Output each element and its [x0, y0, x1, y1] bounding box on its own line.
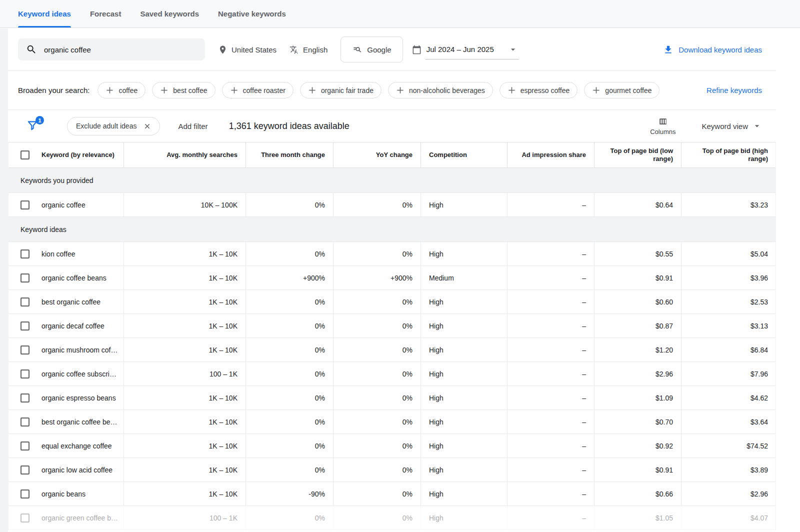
cell-competition: High [420, 242, 507, 266]
cell-top-of-page-bid-low: $0.87 [594, 314, 681, 338]
cell-competition: High [420, 314, 507, 338]
date-range-selector[interactable]: Jul 2024 – Jun 2025 [412, 40, 519, 60]
download-icon [663, 44, 674, 55]
search-network-icon [352, 44, 362, 54]
row-checkbox[interactable] [20, 298, 30, 306]
table-row: kion coffee 1K – 10K 0% 0% High – $0.55 … [8, 242, 776, 266]
search-controls-row: organic coffee United States English Goo… [8, 28, 776, 70]
tab-forecast[interactable]: Forecast [90, 0, 122, 28]
language-label: English [303, 46, 328, 54]
columns-button[interactable]: Columns [650, 116, 676, 136]
table-section-label: Keyword ideas [20, 226, 66, 234]
broaden-chip[interactable]: best coffee [152, 82, 215, 98]
cell-ad-impression-share: – [507, 193, 594, 216]
table-body: Keywords you provided organic coffee 10K… [8, 168, 776, 530]
cell-competition: Medium [420, 266, 507, 290]
page-gutter [0, 28, 8, 532]
date-range-label: Jul 2024 – Jun 2025 [426, 45, 494, 54]
row-checkbox[interactable] [20, 346, 30, 354]
network-selector[interactable]: Google [340, 36, 402, 62]
table-section-label: Keywords you provided [20, 176, 94, 184]
cell-keyword: kion coffee [8, 242, 124, 266]
broaden-chip[interactable]: non-alcoholic beverages [388, 82, 493, 98]
chevron-down-icon [752, 121, 762, 131]
cell-avg-monthly-searches: 1K – 10K [124, 458, 246, 482]
cell-ad-impression-share: – [507, 410, 594, 434]
cell-three-month-change: 0% [246, 506, 333, 530]
cell-top-of-page-bid-high: $2.53 [681, 290, 776, 314]
language-selector[interactable]: English [290, 45, 328, 54]
cell-competition: High [420, 386, 507, 410]
header-avg-monthly-searches: Avg. monthly searches [124, 142, 246, 168]
table-row: organic espresso beans 1K – 10K 0% 0% Hi… [8, 386, 776, 410]
row-checkbox[interactable] [20, 322, 30, 330]
row-checkbox[interactable] [20, 442, 30, 450]
cell-three-month-change: 0% [246, 458, 333, 482]
tab-negative-keywords[interactable]: Negative keywords [218, 0, 286, 28]
broaden-chip-label: espresso coffee [520, 86, 570, 94]
columns-label: Columns [650, 128, 676, 136]
broaden-chip[interactable]: coffee roaster [222, 82, 294, 98]
cell-competition: High [420, 458, 507, 482]
cell-top-of-page-bid-high: $4.62 [681, 386, 776, 410]
cell-top-of-page-bid-low: $0.55 [594, 242, 681, 266]
download-keyword-ideas-link[interactable]: Download keyword ideas [663, 44, 762, 55]
cell-three-month-change: 0% [246, 434, 333, 458]
tab-label: Negative keywords [218, 10, 286, 18]
cell-three-month-change: 0% [246, 410, 333, 434]
cell-avg-monthly-searches: 1K – 10K [124, 410, 246, 434]
cell-yoy-change: 0% [333, 338, 420, 362]
cell-yoy-change: +900% [333, 266, 420, 290]
location-selector[interactable]: United States [218, 45, 276, 54]
search-query: organic coffee [44, 46, 91, 54]
broaden-chip[interactable]: gourmet coffee [584, 82, 660, 98]
select-all-checkbox[interactable] [20, 150, 30, 160]
row-checkbox[interactable] [20, 514, 30, 522]
chevron-down-icon [508, 44, 518, 54]
cell-top-of-page-bid-low: $0.91 [594, 458, 681, 482]
broaden-chip-label: coffee [118, 86, 138, 94]
broaden-chip[interactable]: organic fair trade [300, 82, 382, 98]
cell-top-of-page-bid-low: $0.66 [594, 482, 681, 506]
tab-saved-keywords[interactable]: Saved keywords [140, 0, 199, 28]
row-checkbox[interactable] [20, 370, 30, 378]
table-row: best organic coffee 1K – 10K 0% 0% High … [8, 290, 776, 314]
cell-top-of-page-bid-low: $0.70 [594, 410, 681, 434]
add-filter-button[interactable]: Add filter [178, 122, 208, 130]
broaden-chip[interactable]: espresso coffee [500, 82, 578, 98]
cell-ad-impression-share: – [507, 314, 594, 338]
exclude-adult-ideas-chip[interactable]: Exclude adult ideas [67, 117, 160, 136]
broaden-chip-label: coffee roaster [243, 86, 286, 94]
cell-yoy-change: 0% [333, 193, 420, 216]
cell-top-of-page-bid-high: $4.07 [681, 506, 776, 530]
cell-competition: High [420, 338, 507, 362]
row-checkbox[interactable] [20, 466, 30, 474]
row-checkbox[interactable] [20, 490, 30, 498]
tab-keyword-ideas[interactable]: Keyword ideas [18, 0, 71, 28]
search-input[interactable]: organic coffee [18, 38, 205, 60]
cell-competition: High [420, 434, 507, 458]
cell-three-month-change: 0% [246, 193, 333, 216]
row-checkbox[interactable] [20, 418, 30, 426]
cell-avg-monthly-searches: 1K – 10K [124, 314, 246, 338]
plus-icon [160, 86, 168, 94]
refine-keywords-link[interactable]: Refine keywords [706, 86, 762, 94]
network-label: Google [367, 46, 391, 54]
cell-yoy-change: 0% [333, 410, 420, 434]
keyword-view-dropdown[interactable]: Keyword view [702, 121, 762, 131]
cell-three-month-change: +900% [246, 266, 333, 290]
broaden-chip[interactable]: coffee [98, 82, 146, 98]
plus-icon [106, 86, 114, 94]
row-checkbox[interactable] [20, 250, 30, 258]
cell-top-of-page-bid-low: $0.91 [594, 266, 681, 290]
cell-yoy-change: 0% [333, 362, 420, 386]
row-checkbox[interactable] [20, 394, 30, 402]
row-checkbox[interactable] [20, 200, 30, 210]
table-row: organic low acid coffee 1K – 10K 0% 0% H… [8, 458, 776, 482]
cell-avg-monthly-searches: 1K – 10K [124, 482, 246, 506]
filter-button[interactable]: 1 [26, 119, 40, 133]
row-checkbox[interactable] [20, 274, 30, 282]
remove-filter-button[interactable] [144, 122, 151, 130]
cell-ad-impression-share: – [507, 482, 594, 506]
cell-keyword: equal exchange coffee [8, 434, 124, 458]
